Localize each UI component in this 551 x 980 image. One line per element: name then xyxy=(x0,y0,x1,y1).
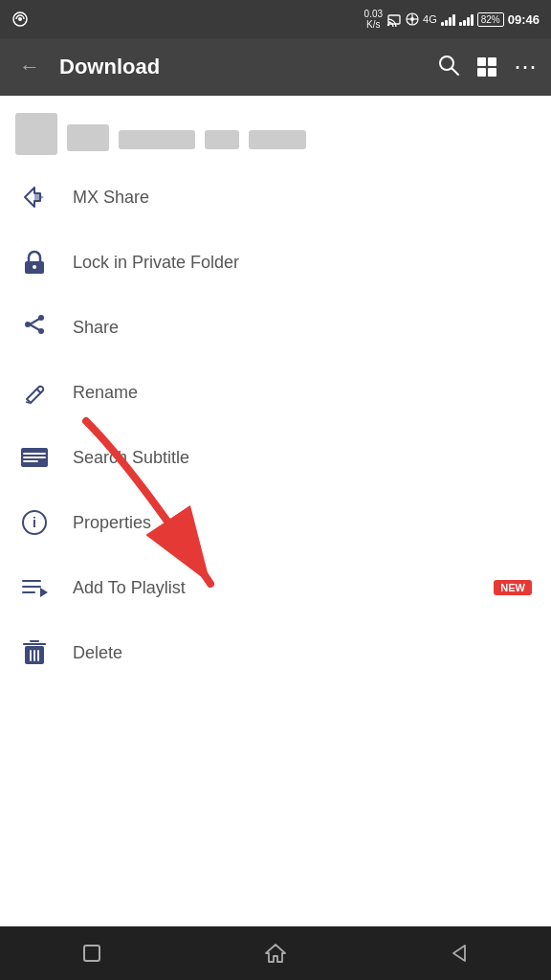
status-bar: 0.03K/s 4G xyxy=(0,0,551,38)
bottom-nav-bar xyxy=(0,926,551,980)
time: 09:46 xyxy=(508,12,540,27)
mx-share-label: MX Share xyxy=(73,188,532,208)
home-icon xyxy=(264,942,287,965)
svg-point-1 xyxy=(18,17,22,21)
svg-line-11 xyxy=(452,68,459,75)
mx-share-icon-svg xyxy=(21,184,48,211)
menu-item-rename[interactable]: Rename xyxy=(0,360,551,425)
svg-point-3 xyxy=(387,24,389,26)
square-icon xyxy=(81,943,102,964)
menu-item-share[interactable]: Share xyxy=(0,295,551,360)
grid-icon xyxy=(477,57,496,77)
svg-line-19 xyxy=(36,389,41,393)
info-icon: i xyxy=(19,507,50,538)
svg-line-20 xyxy=(26,402,30,403)
status-left xyxy=(11,11,29,28)
search-icon xyxy=(437,54,460,77)
svg-point-5 xyxy=(410,17,414,21)
back-triangle-icon xyxy=(448,942,471,965)
thumbnail-3 xyxy=(119,130,195,149)
menu-item-properties[interactable]: i Properties xyxy=(0,490,551,555)
playlist-icon xyxy=(19,572,50,603)
svg-marker-30 xyxy=(40,588,48,597)
thumbnails-area xyxy=(0,96,551,165)
thumbnail-5 xyxy=(249,130,306,149)
bottom-back-button[interactable] xyxy=(430,934,488,972)
playlist-icon-svg xyxy=(21,576,48,599)
svg-point-18 xyxy=(25,322,31,327)
rename-icon-svg xyxy=(22,380,47,405)
back-button[interactable]: ← xyxy=(13,49,46,85)
signal-bars xyxy=(441,12,455,26)
bottom-square-button[interactable] xyxy=(63,934,121,972)
network-speed: 0.03K/s xyxy=(364,9,383,30)
nav-icons: ⋯ xyxy=(437,54,538,81)
search-button[interactable] xyxy=(437,54,460,81)
battery: 82% xyxy=(477,12,504,27)
svg-rect-38 xyxy=(84,946,99,961)
share-label: Share xyxy=(73,318,532,338)
menu-list: MX Share Lock in Private Folder Share xyxy=(0,165,551,685)
location-icon xyxy=(406,12,419,26)
menu-item-mx-share[interactable]: MX Share xyxy=(0,165,551,230)
mx-share-icon xyxy=(19,182,50,212)
wifi-icon xyxy=(11,11,29,28)
rename-label: Rename xyxy=(73,383,532,403)
delete-label: Delete xyxy=(73,643,532,663)
svg-point-17 xyxy=(38,328,44,334)
svg-text:i: i xyxy=(33,515,36,530)
rename-icon xyxy=(19,377,50,408)
delete-icon xyxy=(19,637,50,668)
subtitle-icon-svg xyxy=(20,447,49,468)
signal-bars-2 xyxy=(459,12,474,26)
share-icon-svg xyxy=(22,315,47,340)
info-icon-svg: i xyxy=(22,510,47,535)
status-right: 0.03K/s 4G xyxy=(364,9,540,30)
lock-label: Lock in Private Folder xyxy=(73,253,532,273)
new-badge: NEW xyxy=(494,580,532,595)
delete-icon-svg xyxy=(23,639,46,666)
menu-item-delete[interactable]: Delete xyxy=(0,620,551,685)
search-subtitle-label: Search Subtitle xyxy=(73,448,532,468)
thumbnail-4 xyxy=(205,130,239,149)
menu-item-search-subtitle[interactable]: Search Subtitle xyxy=(0,425,551,490)
subtitle-icon xyxy=(19,442,50,473)
share-icon xyxy=(19,312,50,343)
svg-marker-39 xyxy=(453,946,465,961)
page-title: Download xyxy=(59,55,428,79)
nav-bar: ← Download ⋯ xyxy=(0,38,551,96)
menu-item-lock[interactable]: Lock in Private Folder xyxy=(0,230,551,295)
lock-icon xyxy=(19,247,50,278)
thumbnail-2 xyxy=(67,124,109,151)
cast-icon xyxy=(386,11,402,27)
menu-item-add-to-playlist[interactable]: Add To Playlist NEW xyxy=(0,555,551,620)
properties-label: Properties xyxy=(73,513,532,533)
thumbnail-1 xyxy=(15,113,57,155)
svg-point-16 xyxy=(38,315,44,321)
more-options-button[interactable]: ⋯ xyxy=(514,54,538,80)
add-to-playlist-label: Add To Playlist xyxy=(73,578,463,598)
grid-view-button[interactable] xyxy=(477,57,496,77)
network-type: 4G xyxy=(423,13,437,25)
bottom-home-button[interactable] xyxy=(247,934,304,972)
svg-point-15 xyxy=(33,265,36,269)
lock-icon-svg xyxy=(22,249,47,276)
